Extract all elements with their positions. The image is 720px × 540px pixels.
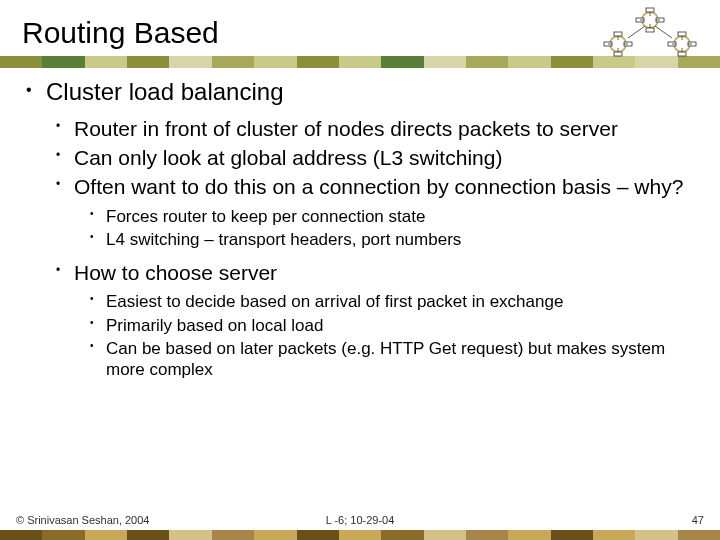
bullet-lvl2: Often want to do this on a connection by… [46, 174, 698, 250]
bullet-lvl3-text: Easiest to decide based on arrival of fi… [106, 292, 563, 311]
svg-rect-1 [646, 8, 654, 12]
svg-rect-11 [614, 52, 622, 56]
slide-footer: © Srinivasan Seshan, 2004 L -6; 10-29-04… [0, 514, 720, 540]
svg-line-27 [628, 26, 645, 38]
footer-center: L -6; 10-29-04 [326, 514, 395, 526]
svg-rect-20 [678, 52, 686, 56]
bullet-lvl2-text: Can only look at global address (L3 swit… [74, 146, 502, 169]
svg-rect-2 [646, 28, 654, 32]
bullet-lvl2-text: Router in front of cluster of nodes dire… [74, 117, 618, 140]
svg-rect-10 [614, 32, 622, 36]
bullet-lvl2: How to choose serverEasiest to decide ba… [46, 260, 698, 380]
network-cluster-icon [590, 6, 710, 62]
bullet-lvl2: Can only look at global address (L3 swit… [46, 145, 698, 170]
bullet-lvl3: Can be based on later packets (e.g. HTTP… [74, 338, 698, 381]
footer-stripe [0, 530, 720, 540]
footer-page-number: 47 [692, 514, 704, 526]
bullet-lvl3: Easiest to decide based on arrival of fi… [74, 291, 698, 312]
bullet-lvl2-text: How to choose server [74, 261, 277, 284]
bullet-lvl1-text: Cluster load balancing [46, 78, 283, 105]
bullet-lvl1: Cluster load balancingRouter in front of… [22, 78, 698, 380]
bullet-lvl3: Primarily based on local load [74, 315, 698, 336]
bullet-lvl3-text: L4 switching – transport headers, port n… [106, 230, 461, 249]
svg-rect-19 [678, 32, 686, 36]
bullet-lvl3: Forces router to keep per connection sta… [74, 206, 698, 227]
bullet-lvl2-text: Often want to do this on a connection by… [74, 175, 683, 198]
bullet-lvl3: L4 switching – transport headers, port n… [74, 229, 698, 250]
bullet-lvl3-text: Forces router to keep per connection sta… [106, 207, 425, 226]
bullet-lvl2: Router in front of cluster of nodes dire… [46, 116, 698, 141]
bullet-lvl3-text: Primarily based on local load [106, 316, 323, 335]
slide-body: Cluster load balancingRouter in front of… [0, 68, 720, 380]
svg-line-28 [655, 26, 672, 38]
bullet-lvl3-text: Can be based on later packets (e.g. HTTP… [106, 339, 665, 379]
footer-copyright: © Srinivasan Seshan, 2004 [16, 514, 149, 526]
